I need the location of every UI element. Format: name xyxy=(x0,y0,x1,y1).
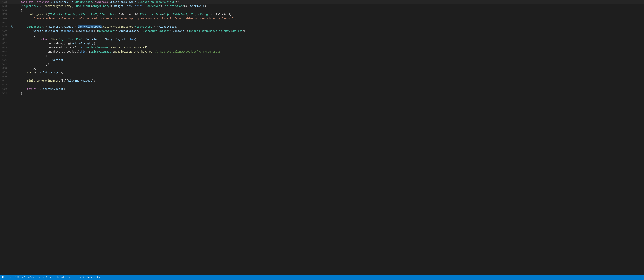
line-content xyxy=(14,75,644,79)
line-number: 613 xyxy=(0,87,10,91)
line-content: ConstructWidgetFunc:[this, &OwnerTable] … xyxy=(14,29,644,33)
line-content: WidgetEntryT* ListEntryWidget = EntryWid… xyxy=(14,25,644,29)
breadcrumb-sep-1: › xyxy=(38,276,40,279)
line-number: 597 xyxy=(0,21,10,25)
table-row: 601 return SNew(ObjectTableRowT, OwnerTa… xyxy=(0,37,644,41)
line-gutter xyxy=(10,58,14,62)
line-gutter xyxy=(10,33,14,37)
table-row: 613 return *ListEntryWidget; xyxy=(0,87,644,91)
line-gutter xyxy=(10,41,14,46)
line-number: 592 xyxy=(0,0,10,4)
editor-container: 592 template <typename WidgetEntryT = UU… xyxy=(0,0,644,280)
breadcrumb-sep-0: › xyxy=(10,276,11,279)
table-row: 610 xyxy=(0,75,644,79)
line-content: static_assert(TIsDerivedFrom<ObjectTable… xyxy=(14,12,644,16)
line-number: 609 xyxy=(0,70,10,75)
ue-version[interactable]: UE5 xyxy=(2,276,6,279)
line-number: 594 xyxy=(0,8,10,12)
line-number: 608 xyxy=(0,66,10,70)
code-lines[interactable]: 592 template <typename WidgetEntryT = UU… xyxy=(0,0,644,275)
line-number: 606 xyxy=(0,58,10,62)
table-row: 607 ]; xyxy=(0,62,644,66)
line-number: 601 xyxy=(0,37,10,41)
line-gutter xyxy=(10,62,14,66)
line-gutter xyxy=(10,8,14,12)
line-gutter xyxy=(10,29,14,33)
line-gutter xyxy=(10,66,14,70)
line-content: { xyxy=(14,33,644,37)
line-content: return SNew(ObjectTableRowT, OwnerTable,… xyxy=(14,37,644,41)
line-number: 604 xyxy=(0,50,10,54)
breadcrumb-var-label: ListEntryWidget xyxy=(82,276,102,279)
breadcrumb-method[interactable]: ⬡ GenerateTypedEntry xyxy=(44,276,70,279)
line-content: return *ListEntryWidget; xyxy=(14,87,644,91)
line-number: 605 xyxy=(0,54,10,58)
table-row: 593 WidgetEntryT& GenerateTypedEntry(TSu… xyxy=(0,4,644,8)
table-row: 592 template <typename WidgetEntryT = UU… xyxy=(0,0,644,4)
breadcrumb-sep-2: › xyxy=(74,276,76,279)
table-row: 600 { xyxy=(0,33,644,37)
line-gutter xyxy=(10,79,14,83)
line-number: 602 xyxy=(0,41,10,46)
table-row: 595 static_assert(TIsDerivedFrom<ObjectT… xyxy=(0,12,644,16)
line-content: check(ListEntryWidget); xyxy=(14,70,644,75)
line-gutter xyxy=(10,37,14,41)
breadcrumb-var[interactable]: ⬡ ListEntryWidget xyxy=(79,276,102,279)
table-row: 609 check(ListEntryWidget); xyxy=(0,70,644,75)
line-gutter xyxy=(10,54,14,58)
table-row: 611 FinishGeneratingEntry([&]*ListEntryW… xyxy=(0,79,644,83)
breadcrumb-method-label: GenerateTypedEntry xyxy=(46,276,70,279)
line-gutter xyxy=(10,21,14,25)
table-row: 603 .OnHovered_UObject(this, &UListViewB… xyxy=(0,46,644,50)
table-row: 606 Content xyxy=(0,58,644,62)
table-row: 598🔧 WidgetEntryT* ListEntryWidget = Ent… xyxy=(0,25,644,29)
line-content: template <typename WidgetEntryT = UUserW… xyxy=(14,0,644,4)
line-number: 610 xyxy=(0,75,10,79)
table-row: 602 .bAllowDragging(bAllowDragging) xyxy=(0,41,644,46)
breadcrumb-class[interactable]: ⬡ UListViewBase xyxy=(15,276,35,279)
line-content xyxy=(14,21,644,25)
ue-version-label: UE5 xyxy=(2,276,6,279)
line-gutter xyxy=(10,12,14,16)
line-number: 595 xyxy=(0,12,10,16)
line-number: 614 xyxy=(0,91,10,95)
line-content: .OnUnhovered_UObject(this, &UListViewBas… xyxy=(14,50,644,54)
table-row: 599 ConstructWidgetFunc:[this, &OwnerTab… xyxy=(0,29,644,33)
line-content: } xyxy=(14,91,644,95)
line-number: 593 xyxy=(0,4,10,8)
line-content: WidgetEntryT& GenerateTypedEntry(TSubcla… xyxy=(14,4,644,8)
line-content: .OnHovered_UObject(this, &UListViewBase:… xyxy=(14,46,644,50)
line-number: 600 xyxy=(0,33,10,37)
line-gutter xyxy=(10,70,14,75)
line-number: 612 xyxy=(0,83,10,87)
line-number: 603 xyxy=(0,46,10,50)
var-icon: ⬡ xyxy=(79,276,81,279)
line-gutter: 🔧 xyxy=(10,25,14,29)
table-row: 612 xyxy=(0,83,644,87)
line-content: FinishGeneratingEntry([&]*ListEntryWidge… xyxy=(14,79,644,83)
line-gutter xyxy=(10,4,14,8)
table-row: 605 [ xyxy=(0,54,644,58)
line-gutter xyxy=(10,83,14,87)
table-row: 597 xyxy=(0,21,644,25)
line-content: [ xyxy=(14,54,644,58)
line-gutter xyxy=(10,16,14,21)
line-number: 599 xyxy=(0,29,10,33)
line-content: { xyxy=(14,8,644,12)
line-number: 596 xyxy=(0,16,10,21)
line-gutter xyxy=(10,87,14,91)
line-gutter xyxy=(10,91,14,95)
line-number: 611 xyxy=(0,79,10,83)
code-area: 592 template <typename WidgetEntryT = UU… xyxy=(0,0,644,275)
line-number: 598 xyxy=(0,25,10,29)
line-number: 607 xyxy=(0,62,10,66)
line-gutter xyxy=(10,75,14,79)
line-content: "GenerateObjectTableRow can only be used… xyxy=(14,16,644,21)
status-bar: UE5 › ⬡ UListViewBase › ⬡ GenerateTypedE… xyxy=(0,275,644,280)
line-gutter xyxy=(10,0,14,4)
table-row: 594 { xyxy=(0,8,644,12)
class-icon: ⬡ xyxy=(15,276,16,279)
line-gutter xyxy=(10,50,14,54)
table-row: 604 .OnUnhovered_UObject(this, &UListVie… xyxy=(0,50,644,54)
line-content: .bAllowDragging(bAllowDragging) xyxy=(14,41,644,46)
